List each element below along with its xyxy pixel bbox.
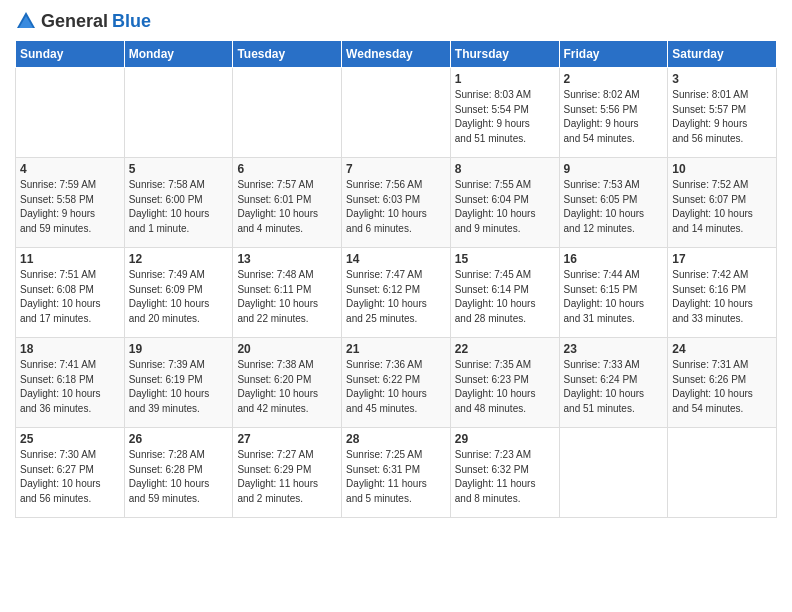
day-info: Sunrise: 8:02 AM Sunset: 5:56 PM Dayligh… [564,88,664,146]
calendar-week-row: 11Sunrise: 7:51 AM Sunset: 6:08 PM Dayli… [16,248,777,338]
day-number: 22 [455,342,555,356]
day-info: Sunrise: 7:33 AM Sunset: 6:24 PM Dayligh… [564,358,664,416]
day-number: 28 [346,432,446,446]
logo: GeneralBlue [15,10,151,32]
day-number: 10 [672,162,772,176]
day-info: Sunrise: 7:23 AM Sunset: 6:32 PM Dayligh… [455,448,555,506]
day-info: Sunrise: 7:49 AM Sunset: 6:09 PM Dayligh… [129,268,229,326]
weekday-header: Wednesday [342,41,451,68]
day-number: 11 [20,252,120,266]
weekday-header: Tuesday [233,41,342,68]
day-number: 25 [20,432,120,446]
calendar-week-row: 18Sunrise: 7:41 AM Sunset: 6:18 PM Dayli… [16,338,777,428]
calendar-cell: 6Sunrise: 7:57 AM Sunset: 6:01 PM Daylig… [233,158,342,248]
day-number: 19 [129,342,229,356]
day-number: 1 [455,72,555,86]
day-number: 3 [672,72,772,86]
calendar-cell: 28Sunrise: 7:25 AM Sunset: 6:31 PM Dayli… [342,428,451,518]
day-info: Sunrise: 7:53 AM Sunset: 6:05 PM Dayligh… [564,178,664,236]
day-info: Sunrise: 7:51 AM Sunset: 6:08 PM Dayligh… [20,268,120,326]
calendar-cell: 29Sunrise: 7:23 AM Sunset: 6:32 PM Dayli… [450,428,559,518]
day-info: Sunrise: 7:47 AM Sunset: 6:12 PM Dayligh… [346,268,446,326]
calendar-cell: 3Sunrise: 8:01 AM Sunset: 5:57 PM Daylig… [668,68,777,158]
day-number: 17 [672,252,772,266]
day-number: 15 [455,252,555,266]
day-info: Sunrise: 7:56 AM Sunset: 6:03 PM Dayligh… [346,178,446,236]
calendar-cell: 25Sunrise: 7:30 AM Sunset: 6:27 PM Dayli… [16,428,125,518]
calendar-cell: 7Sunrise: 7:56 AM Sunset: 6:03 PM Daylig… [342,158,451,248]
day-info: Sunrise: 7:45 AM Sunset: 6:14 PM Dayligh… [455,268,555,326]
calendar-table: SundayMondayTuesdayWednesdayThursdayFrid… [15,40,777,518]
day-info: Sunrise: 7:55 AM Sunset: 6:04 PM Dayligh… [455,178,555,236]
logo-blue: Blue [112,11,151,32]
calendar-cell: 22Sunrise: 7:35 AM Sunset: 6:23 PM Dayli… [450,338,559,428]
calendar-cell: 5Sunrise: 7:58 AM Sunset: 6:00 PM Daylig… [124,158,233,248]
calendar-cell: 11Sunrise: 7:51 AM Sunset: 6:08 PM Dayli… [16,248,125,338]
weekday-header: Friday [559,41,668,68]
calendar-cell: 16Sunrise: 7:44 AM Sunset: 6:15 PM Dayli… [559,248,668,338]
day-number: 13 [237,252,337,266]
day-number: 5 [129,162,229,176]
day-info: Sunrise: 7:42 AM Sunset: 6:16 PM Dayligh… [672,268,772,326]
calendar-week-row: 25Sunrise: 7:30 AM Sunset: 6:27 PM Dayli… [16,428,777,518]
day-info: Sunrise: 7:30 AM Sunset: 6:27 PM Dayligh… [20,448,120,506]
day-info: Sunrise: 7:52 AM Sunset: 6:07 PM Dayligh… [672,178,772,236]
day-number: 4 [20,162,120,176]
calendar-cell: 12Sunrise: 7:49 AM Sunset: 6:09 PM Dayli… [124,248,233,338]
calendar-cell: 26Sunrise: 7:28 AM Sunset: 6:28 PM Dayli… [124,428,233,518]
day-info: Sunrise: 7:36 AM Sunset: 6:22 PM Dayligh… [346,358,446,416]
day-number: 20 [237,342,337,356]
calendar-header-row: SundayMondayTuesdayWednesdayThursdayFrid… [16,41,777,68]
day-info: Sunrise: 7:25 AM Sunset: 6:31 PM Dayligh… [346,448,446,506]
calendar-cell: 24Sunrise: 7:31 AM Sunset: 6:26 PM Dayli… [668,338,777,428]
day-info: Sunrise: 7:27 AM Sunset: 6:29 PM Dayligh… [237,448,337,506]
day-info: Sunrise: 7:39 AM Sunset: 6:19 PM Dayligh… [129,358,229,416]
day-info: Sunrise: 7:41 AM Sunset: 6:18 PM Dayligh… [20,358,120,416]
day-number: 9 [564,162,664,176]
day-number: 14 [346,252,446,266]
day-info: Sunrise: 7:28 AM Sunset: 6:28 PM Dayligh… [129,448,229,506]
calendar-cell: 14Sunrise: 7:47 AM Sunset: 6:12 PM Dayli… [342,248,451,338]
day-number: 7 [346,162,446,176]
weekday-header: Sunday [16,41,125,68]
logo-icon [15,10,37,32]
calendar-cell: 19Sunrise: 7:39 AM Sunset: 6:19 PM Dayli… [124,338,233,428]
weekday-header: Thursday [450,41,559,68]
day-info: Sunrise: 7:58 AM Sunset: 6:00 PM Dayligh… [129,178,229,236]
day-info: Sunrise: 7:48 AM Sunset: 6:11 PM Dayligh… [237,268,337,326]
day-info: Sunrise: 7:57 AM Sunset: 6:01 PM Dayligh… [237,178,337,236]
logo-general: General [41,11,108,32]
calendar-cell [16,68,125,158]
calendar-cell: 27Sunrise: 7:27 AM Sunset: 6:29 PM Dayli… [233,428,342,518]
calendar-cell: 13Sunrise: 7:48 AM Sunset: 6:11 PM Dayli… [233,248,342,338]
calendar-cell: 18Sunrise: 7:41 AM Sunset: 6:18 PM Dayli… [16,338,125,428]
day-number: 24 [672,342,772,356]
calendar-cell: 2Sunrise: 8:02 AM Sunset: 5:56 PM Daylig… [559,68,668,158]
calendar-cell: 23Sunrise: 7:33 AM Sunset: 6:24 PM Dayli… [559,338,668,428]
day-number: 18 [20,342,120,356]
day-number: 21 [346,342,446,356]
day-number: 29 [455,432,555,446]
calendar-cell [342,68,451,158]
calendar-cell [668,428,777,518]
day-number: 8 [455,162,555,176]
day-number: 12 [129,252,229,266]
day-number: 2 [564,72,664,86]
day-info: Sunrise: 7:38 AM Sunset: 6:20 PM Dayligh… [237,358,337,416]
calendar-cell [559,428,668,518]
day-info: Sunrise: 7:35 AM Sunset: 6:23 PM Dayligh… [455,358,555,416]
day-number: 26 [129,432,229,446]
day-info: Sunrise: 7:31 AM Sunset: 6:26 PM Dayligh… [672,358,772,416]
calendar-cell: 21Sunrise: 7:36 AM Sunset: 6:22 PM Dayli… [342,338,451,428]
day-number: 23 [564,342,664,356]
day-number: 6 [237,162,337,176]
calendar-body: 1Sunrise: 8:03 AM Sunset: 5:54 PM Daylig… [16,68,777,518]
calendar-cell: 15Sunrise: 7:45 AM Sunset: 6:14 PM Dayli… [450,248,559,338]
day-info: Sunrise: 7:44 AM Sunset: 6:15 PM Dayligh… [564,268,664,326]
day-info: Sunrise: 8:03 AM Sunset: 5:54 PM Dayligh… [455,88,555,146]
page-header: GeneralBlue [15,10,777,32]
day-info: Sunrise: 7:59 AM Sunset: 5:58 PM Dayligh… [20,178,120,236]
calendar-cell [124,68,233,158]
calendar-cell: 4Sunrise: 7:59 AM Sunset: 5:58 PM Daylig… [16,158,125,248]
day-number: 27 [237,432,337,446]
